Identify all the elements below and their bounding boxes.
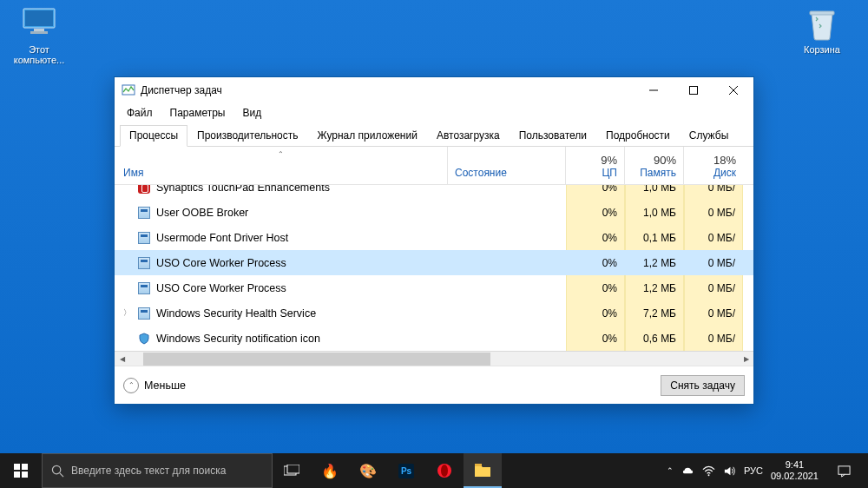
scrollbar-thumb[interactable] — [143, 353, 490, 366]
svg-rect-22 — [838, 465, 849, 473]
menu-bar: Файл Параметры Вид — [115, 103, 753, 124]
taskview-button[interactable] — [273, 453, 311, 488]
titlebar[interactable]: Диспетчер задач — [115, 77, 753, 103]
taskbar-app-explorer[interactable] — [464, 453, 502, 488]
desktop-icon-label: Корзина — [792, 44, 852, 55]
svg-point-19 — [441, 465, 448, 477]
menu-file[interactable]: Файл — [120, 105, 160, 121]
end-task-button[interactable]: Снять задачу — [661, 375, 745, 396]
process-name: Windows Security Health Service — [156, 307, 316, 320]
tab-app-history[interactable]: Журнал приложений — [308, 125, 427, 147]
process-name: Synaptics TouchPad Enhancements — [156, 185, 330, 194]
table-row[interactable]: 〉USO Core Worker Process0%1,2 МБ0 МБ/ — [115, 275, 753, 300]
process-disk: 0 МБ/ — [684, 250, 743, 275]
search-input[interactable]: Введите здесь текст для поиска — [42, 453, 273, 488]
tab-performance[interactable]: Производительность — [187, 125, 307, 147]
table-row[interactable]: 〉User OOBE Broker0%1,0 МБ0 МБ/ — [115, 200, 753, 225]
wifi-icon[interactable] — [702, 465, 715, 478]
tray-chevron-up-icon[interactable]: ⌃ — [667, 466, 674, 475]
process-disk: 0 МБ/ — [684, 326, 743, 351]
maximize-button[interactable] — [674, 77, 713, 103]
horizontal-scrollbar[interactable]: ◀ ▶ — [115, 351, 753, 366]
process-icon — [137, 281, 151, 295]
desktop-icon-recycle-bin[interactable]: Корзина — [792, 7, 852, 55]
taskbar-app-opera[interactable] — [425, 453, 464, 488]
desktop-icon-label: Этот компьюте... — [9, 44, 69, 65]
svg-point-21 — [707, 474, 709, 476]
process-disk: 0 МБ/ — [684, 300, 743, 326]
language-indicator[interactable]: РУС — [744, 465, 763, 476]
table-row[interactable]: 〉Usermode Font Driver Host0%0,1 МБ0 МБ/ — [115, 225, 753, 250]
table-row[interactable]: 〉USO Core Worker Process0%1,2 МБ0 МБ/ — [115, 250, 753, 275]
svg-rect-13 — [22, 472, 28, 478]
taskbar: Введите здесь текст для поиска 🔥 🎨 Ps ⌃ … — [0, 453, 868, 488]
column-state[interactable]: Состояние — [448, 147, 566, 184]
process-disk: 0 МБ/ — [684, 225, 743, 250]
process-memory: 0,6 МБ — [625, 326, 684, 351]
recycle-bin-icon — [805, 7, 839, 42]
expand-chevron-icon[interactable]: 〉 — [122, 307, 132, 319]
table-row[interactable]: 〉Synaptics TouchPad Enhancements0%1,0 МБ… — [115, 185, 753, 200]
close-button[interactable] — [713, 77, 753, 103]
svg-rect-20 — [475, 464, 482, 466]
process-name: Usermode Font Driver Host — [156, 232, 288, 244]
tab-details[interactable]: Подробности — [596, 125, 680, 147]
process-cpu: 0% — [566, 185, 625, 200]
column-cpu[interactable]: 9% ЦП — [566, 147, 625, 184]
process-memory: 1,2 МБ — [625, 250, 684, 275]
start-button[interactable] — [0, 453, 42, 488]
process-cpu: 0% — [566, 225, 625, 250]
svg-rect-3 — [30, 31, 48, 34]
tab-startup[interactable]: Автозагрузка — [427, 125, 510, 147]
svg-rect-4 — [810, 11, 834, 15]
taskbar-app-aida[interactable]: 🔥 — [311, 453, 349, 488]
scroll-left-icon[interactable]: ◀ — [115, 352, 129, 366]
system-tray: ⌃ РУС 9:41 09.02.2021 — [660, 453, 868, 488]
process-cpu: 0% — [566, 250, 625, 275]
table-row[interactable]: 〉Windows Security Health Service0%7,2 МБ… — [115, 300, 753, 326]
notifications-button[interactable] — [826, 453, 861, 488]
column-disk[interactable]: 18% Диск — [684, 147, 743, 184]
process-icon — [137, 231, 151, 245]
tab-processes[interactable]: Процессы — [120, 125, 187, 147]
table-row[interactable]: 〉Windows Security notification icon0%0,6… — [115, 326, 753, 351]
process-cpu: 0% — [566, 200, 625, 225]
process-memory: 7,2 МБ — [625, 300, 684, 326]
process-memory: 1,0 МБ — [625, 200, 684, 225]
process-cpu: 0% — [566, 275, 625, 300]
process-disk: 0 МБ/ — [684, 200, 743, 225]
process-name: User OOBE Broker — [156, 207, 248, 219]
process-name: USO Core Worker Process — [156, 257, 286, 269]
menu-view[interactable]: Вид — [235, 105, 268, 121]
process-icon — [137, 256, 151, 270]
menu-options[interactable]: Параметры — [163, 105, 233, 121]
onedrive-icon[interactable] — [681, 465, 694, 478]
svg-rect-17 — [287, 465, 299, 473]
fewer-details-toggle[interactable]: ⌃ Меньше — [123, 378, 186, 393]
column-memory[interactable]: 90% Память — [625, 147, 684, 184]
process-disk: 0 МБ/ — [684, 275, 743, 300]
taskbar-app-paint[interactable]: 🎨 — [349, 453, 387, 488]
column-name[interactable]: ⌃ Имя — [115, 147, 448, 184]
tab-users[interactable]: Пользователи — [510, 125, 596, 147]
svg-rect-10 — [14, 464, 20, 470]
scroll-right-icon[interactable]: ▶ — [739, 352, 753, 366]
minimize-button[interactable] — [634, 77, 674, 103]
window-footer: ⌃ Меньше Снять задачу — [115, 366, 753, 404]
process-icon — [137, 206, 151, 220]
window-title: Диспетчер задач — [141, 84, 634, 96]
table-header: ⌃ Имя Состояние 9% ЦП 90% Память 18% Дис… — [115, 147, 753, 185]
process-memory: 1,0 МБ — [625, 185, 684, 200]
process-list[interactable]: 〉Synaptics TouchPad Enhancements0%1,0 МБ… — [115, 185, 753, 351]
process-memory: 1,2 МБ — [625, 275, 684, 300]
process-icon — [137, 185, 151, 195]
desktop-icon-this-pc[interactable]: Этот компьюте... — [9, 7, 69, 65]
taskbar-clock[interactable]: 9:41 09.02.2021 — [771, 459, 819, 481]
process-icon — [137, 332, 151, 346]
tab-services[interactable]: Службы — [680, 125, 738, 147]
process-name: USO Core Worker Process — [156, 282, 286, 294]
taskbar-app-photoshop[interactable]: Ps — [387, 453, 425, 488]
volume-icon[interactable] — [723, 465, 736, 478]
process-cpu: 0% — [566, 300, 625, 326]
process-name: Windows Security notification icon — [156, 333, 320, 345]
